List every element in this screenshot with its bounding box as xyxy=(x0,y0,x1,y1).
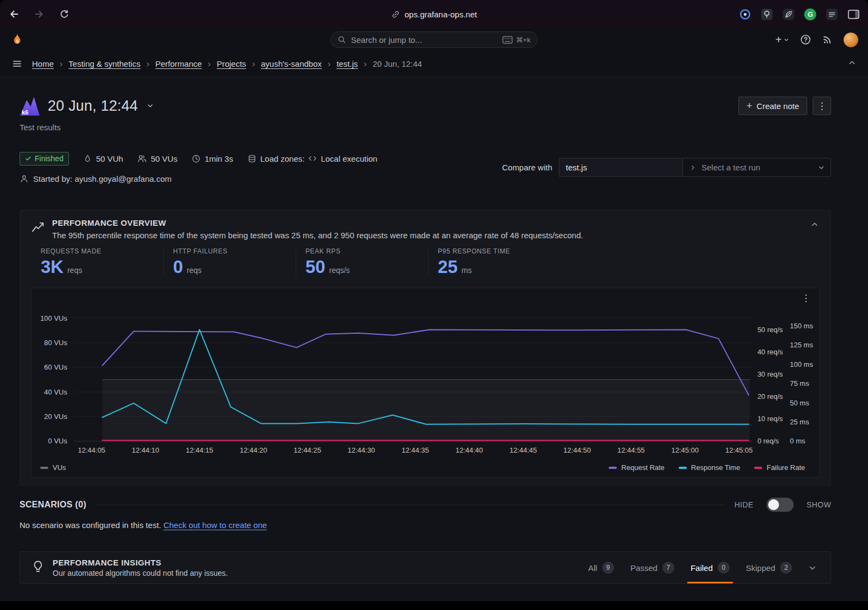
grafana-logo[interactable] xyxy=(10,33,24,47)
search-input[interactable]: Search or jump to... ⌘+k xyxy=(330,31,538,48)
tab-failed[interactable]: Failed 0 xyxy=(691,552,730,583)
tab-count-badge: 0 xyxy=(718,562,730,574)
y-axis-label-reqs: 10 req/s xyxy=(757,415,783,423)
x-axis-label: 12:44:30 xyxy=(348,446,375,454)
breadcrumb-item-testing[interactable]: Testing & synthetics xyxy=(68,59,141,68)
arrow-left-icon xyxy=(9,9,20,20)
legend-item-failure-rate[interactable]: Failure Rate xyxy=(754,463,805,472)
scenarios-toggle[interactable] xyxy=(767,498,794,512)
collapse-panel-button[interactable] xyxy=(810,220,819,231)
timeseries-chart: 0 VUs20 VUs40 VUs60 VUs80 VUs100 VUs0 re… xyxy=(31,288,819,456)
extension-icon-feather[interactable] xyxy=(782,8,795,21)
chart-line-icon xyxy=(31,219,45,236)
browser-back-button[interactable] xyxy=(8,8,21,21)
page-title-row: k6 20 Jun, 12:44 + Create note ⋮ xyxy=(20,96,831,116)
hide-label[interactable]: HIDE xyxy=(735,500,754,509)
create-scenario-link[interactable]: Check out how to create one xyxy=(163,520,267,530)
compare-run-select[interactable]: test.js Select a test run xyxy=(559,158,831,177)
run-picker-chevron[interactable] xyxy=(146,102,154,112)
legend-item-vus[interactable]: VUs xyxy=(40,463,66,472)
divider xyxy=(96,505,725,505)
address-bar[interactable]: ops.grafana-ops.net xyxy=(391,10,477,19)
chart-legend-left: VUs xyxy=(40,463,66,472)
extension-icon-grammarly[interactable]: G xyxy=(803,8,817,21)
chevron-right-icon xyxy=(690,164,696,171)
overview-description: The 95th percentile response time of the… xyxy=(52,231,583,240)
link-icon xyxy=(391,10,400,19)
breadcrumb-item-home[interactable]: Home xyxy=(32,59,54,68)
create-note-button[interactable]: + Create note xyxy=(738,97,807,115)
breadcrumb-item-performance[interactable]: Performance xyxy=(155,59,202,68)
breadcrumb-item-test[interactable]: test.js xyxy=(336,59,358,68)
insights-tabs: All 9 Passed 7 Failed 0 Skipped 2 xyxy=(588,552,820,583)
search-shortcut: ⌘+k xyxy=(502,36,531,44)
scenarios-empty-state: No scenario was configured in this test.… xyxy=(20,520,831,530)
main-content: k6 20 Jun, 12:44 + Create note ⋮ Test re… xyxy=(0,77,868,601)
scenarios-title: SCENARIOS (0) xyxy=(20,500,86,510)
help-button[interactable] xyxy=(800,34,811,45)
tab-skipped[interactable]: Skipped 2 xyxy=(746,552,792,583)
app-header: Search or jump to... ⌘+k + xyxy=(0,28,868,51)
user-avatar[interactable] xyxy=(844,33,858,47)
chart-menu-button[interactable]: ⋮ xyxy=(801,294,810,303)
overview-header: PERFORMANCE OVERVIEW The 95th percentile… xyxy=(31,218,820,240)
y-axis-label-reqs: 0 req/s xyxy=(757,437,779,445)
extension-icon-notes[interactable] xyxy=(825,8,839,21)
browser-reload-button[interactable] xyxy=(58,8,71,21)
browser-sidebar-icon[interactable] xyxy=(847,8,860,21)
y-axis-label-reqs: 40 req/s xyxy=(757,348,783,356)
y-axis-label-ms: 150 ms xyxy=(790,322,813,330)
extension-icon-password[interactable] xyxy=(760,8,774,21)
clock-icon xyxy=(192,154,201,163)
stat-unit: reqs xyxy=(67,266,82,275)
chevron-right-icon: › xyxy=(328,60,330,68)
y-axis-label-ms: 125 ms xyxy=(790,341,813,349)
tab-all[interactable]: All 9 xyxy=(588,552,614,583)
browser-forward-button[interactable] xyxy=(33,8,46,21)
compare-control: Compare with test.js Select a test run xyxy=(502,158,831,177)
y-axis-label-vus: 40 VUs xyxy=(44,388,67,396)
breadcrumb-item-projects[interactable]: Projects xyxy=(216,59,246,68)
y-axis-label-ms: 50 ms xyxy=(790,399,809,407)
extension-icon-blue[interactable] xyxy=(738,8,752,21)
stat-http-failures: HTTP FAILURES 0reqs xyxy=(163,247,296,279)
question-circle-icon xyxy=(800,34,811,45)
x-axis-label: 12:44:40 xyxy=(456,446,483,454)
droplet-icon xyxy=(83,154,92,163)
expand-insights-button[interactable] xyxy=(808,564,816,572)
x-axis-label: 12:45:05 xyxy=(725,446,753,454)
reload-icon xyxy=(59,9,69,20)
breadcrumb-item-project[interactable]: ayush's-sandbox xyxy=(261,59,322,68)
rss-icon xyxy=(822,34,833,45)
scenarios-section: SCENARIOS (0) HIDE SHOW xyxy=(20,498,831,512)
show-label[interactable]: SHOW xyxy=(807,500,831,509)
plus-icon: + xyxy=(775,34,782,45)
insights-header-text: PERFORMANCE INSIGHTS Our automated algor… xyxy=(53,558,228,577)
search-icon xyxy=(337,35,346,44)
legend-item-response-time[interactable]: Response Time xyxy=(679,463,740,472)
stat-value: 3K xyxy=(41,258,63,276)
code-icon xyxy=(308,154,317,163)
x-axis-label: 12:44:35 xyxy=(401,446,429,454)
legend-swatch xyxy=(40,467,48,469)
search-placeholder: Search or jump to... xyxy=(351,35,422,45)
compare-test-name[interactable]: test.js xyxy=(559,158,683,176)
news-button[interactable] xyxy=(822,34,833,45)
tab-passed[interactable]: Passed 7 xyxy=(630,552,674,583)
duration-metric: 1min 3s xyxy=(192,154,233,163)
y-axis-label-vus: 0 VUs xyxy=(48,437,68,445)
y-axis-label-vus: 80 VUs xyxy=(44,339,67,347)
legend-item-request-rate[interactable]: Request Rate xyxy=(609,463,665,472)
overview-stats: REQUESTS MADE 3Kreqs HTTP FAILURES 0reqs… xyxy=(31,247,820,279)
collapse-header-button[interactable] xyxy=(848,59,856,69)
lightbulb-icon xyxy=(31,560,45,576)
breadcrumb: Home › Testing & synthetics › Performanc… xyxy=(32,59,422,68)
menu-toggle[interactable] xyxy=(12,59,22,69)
y-axis-label-vus: 60 VUs xyxy=(44,363,67,371)
chevron-down-icon xyxy=(783,37,789,43)
y-axis-label-vus: 20 VUs xyxy=(44,412,67,421)
stat-unit: ms xyxy=(462,266,472,275)
more-options-button[interactable]: ⋮ xyxy=(813,97,831,115)
add-button[interactable]: + xyxy=(775,34,789,45)
hamburger-icon xyxy=(12,59,22,69)
